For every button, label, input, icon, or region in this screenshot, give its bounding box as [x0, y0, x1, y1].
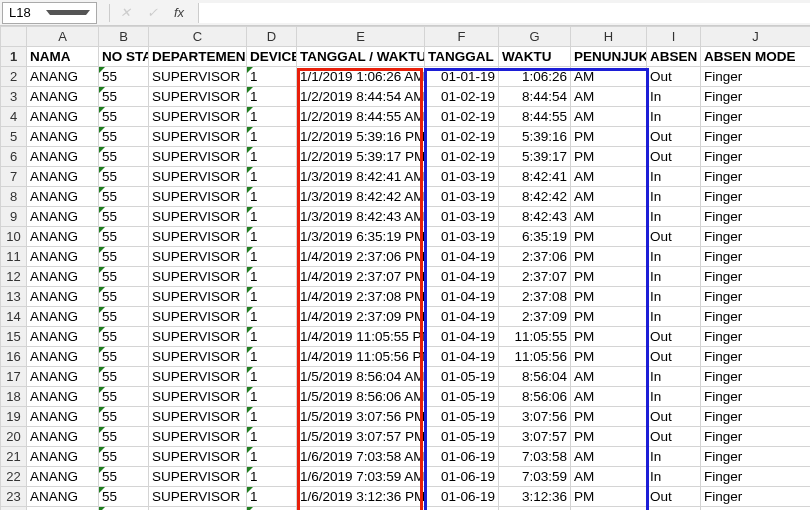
cell[interactable]: ANANG — [27, 247, 99, 267]
header-cell[interactable]: DEPARTEMEN — [149, 47, 247, 67]
cell[interactable]: Out — [647, 127, 701, 147]
row-header[interactable]: 5 — [1, 127, 27, 147]
cell[interactable]: 5:39:17 — [499, 147, 571, 167]
cell[interactable]: ANANG — [27, 447, 99, 467]
cell[interactable]: Finger — [701, 227, 811, 247]
cell[interactable]: 1/4/2019 2:37:07 PM — [297, 267, 425, 287]
cell[interactable]: 1 — [247, 467, 297, 487]
cell[interactable]: 8:56:06 — [499, 387, 571, 407]
cell[interactable]: SUPERVISOR — [149, 507, 247, 511]
cell[interactable]: In — [647, 167, 701, 187]
cell[interactable]: 8:42:43 — [499, 207, 571, 227]
cell[interactable]: Finger — [701, 427, 811, 447]
cell[interactable]: 2:37:06 — [499, 247, 571, 267]
cell[interactable]: SUPERVISOR — [149, 387, 247, 407]
cell[interactable]: 1 — [247, 167, 297, 187]
cell[interactable]: SUPERVISOR — [149, 267, 247, 287]
cell[interactable]: SUPERVISOR — [149, 187, 247, 207]
cell[interactable]: 55 — [99, 147, 149, 167]
cell[interactable]: 55 — [99, 267, 149, 287]
cell[interactable]: 01-05-19 — [425, 387, 499, 407]
cell[interactable]: 1 — [247, 147, 297, 167]
cell[interactable]: In — [647, 107, 701, 127]
col-header-B[interactable]: B — [99, 27, 149, 47]
cell[interactable]: 55 — [99, 107, 149, 127]
cell[interactable]: AM — [571, 187, 647, 207]
cell[interactable]: 01-04-19 — [425, 287, 499, 307]
cell[interactable]: In — [647, 267, 701, 287]
cell[interactable]: 55 — [99, 127, 149, 147]
formula-bar[interactable] — [198, 3, 810, 23]
cell[interactable]: ANANG — [27, 227, 99, 247]
cell[interactable]: 3:12:36 — [499, 487, 571, 507]
header-cell[interactable]: TANGGAL — [425, 47, 499, 67]
cell[interactable]: AM — [571, 387, 647, 407]
cell[interactable]: ANANG — [27, 207, 99, 227]
cell[interactable]: 1/6/2019 7:03:59 AM — [297, 467, 425, 487]
cell[interactable]: 8:42:42 — [499, 187, 571, 207]
cell[interactable]: 1/2/2019 5:39:17 PM — [297, 147, 425, 167]
cell[interactable]: SUPERVISOR — [149, 127, 247, 147]
cell[interactable]: SUPERVISOR — [149, 407, 247, 427]
cell[interactable]: 1 — [247, 247, 297, 267]
cell[interactable]: 1/2/2019 8:44:55 AM — [297, 107, 425, 127]
cell[interactable]: 8:44:54 — [499, 87, 571, 107]
cell[interactable]: 01-04-19 — [425, 267, 499, 287]
cell[interactable]: 55 — [99, 187, 149, 207]
cell[interactable]: SUPERVISOR — [149, 147, 247, 167]
cell[interactable]: 1 — [247, 507, 297, 511]
row-header[interactable]: 18 — [1, 387, 27, 407]
cell[interactable]: 01-04-19 — [425, 347, 499, 367]
cell[interactable]: 01-03-19 — [425, 187, 499, 207]
cell[interactable]: ANANG — [27, 507, 99, 511]
name-box[interactable]: L18 — [2, 2, 97, 24]
col-header-F[interactable]: F — [425, 27, 499, 47]
cell[interactable]: 1 — [247, 347, 297, 367]
cell[interactable]: AM — [571, 367, 647, 387]
cell[interactable]: Finger — [701, 327, 811, 347]
cell[interactable]: Finger — [701, 207, 811, 227]
cell[interactable]: 1/4/2019 2:37:08 PM — [297, 287, 425, 307]
cell[interactable]: 1 — [247, 327, 297, 347]
cell[interactable]: Finger — [701, 87, 811, 107]
cell[interactable]: Finger — [701, 307, 811, 327]
cell[interactable]: Finger — [701, 167, 811, 187]
cell[interactable]: 01-03-19 — [425, 207, 499, 227]
cell[interactable]: 1:06:26 — [499, 67, 571, 87]
cell[interactable]: 01-06-19 — [425, 467, 499, 487]
cell[interactable]: ANANG — [27, 347, 99, 367]
cell[interactable]: Out — [647, 407, 701, 427]
cell[interactable]: 55 — [99, 447, 149, 467]
header-cell[interactable]: NAMA — [27, 47, 99, 67]
row-header[interactable]: 21 — [1, 447, 27, 467]
cell[interactable]: In — [647, 387, 701, 407]
cell[interactable]: 01-06-19 — [425, 507, 499, 511]
cell[interactable]: Finger — [701, 367, 811, 387]
cell[interactable]: ANANG — [27, 327, 99, 347]
cell[interactable]: 01-05-19 — [425, 367, 499, 387]
cell[interactable]: PM — [571, 507, 647, 511]
cell[interactable]: AM — [571, 67, 647, 87]
cell[interactable]: Finger — [701, 107, 811, 127]
row-header[interactable]: 20 — [1, 427, 27, 447]
header-cell[interactable]: WAKTU — [499, 47, 571, 67]
cell[interactable]: PM — [571, 127, 647, 147]
cell[interactable]: SUPERVISOR — [149, 327, 247, 347]
row-header[interactable]: 4 — [1, 107, 27, 127]
cell[interactable]: AM — [571, 87, 647, 107]
cell[interactable]: In — [647, 287, 701, 307]
cell[interactable]: 1 — [247, 427, 297, 447]
cell[interactable]: 55 — [99, 487, 149, 507]
cell[interactable]: PM — [571, 407, 647, 427]
cell[interactable]: Finger — [701, 387, 811, 407]
cell[interactable]: 1/3/2019 8:42:41 AM — [297, 167, 425, 187]
cell[interactable]: 3:07:57 — [499, 427, 571, 447]
cell[interactable]: Finger — [701, 407, 811, 427]
cell[interactable]: Finger — [701, 247, 811, 267]
cell[interactable]: In — [647, 467, 701, 487]
row-header[interactable]: 17 — [1, 367, 27, 387]
cell[interactable]: Out — [647, 327, 701, 347]
cell[interactable]: In — [647, 87, 701, 107]
row-header[interactable]: 24 — [1, 507, 27, 511]
col-header-H[interactable]: H — [571, 27, 647, 47]
